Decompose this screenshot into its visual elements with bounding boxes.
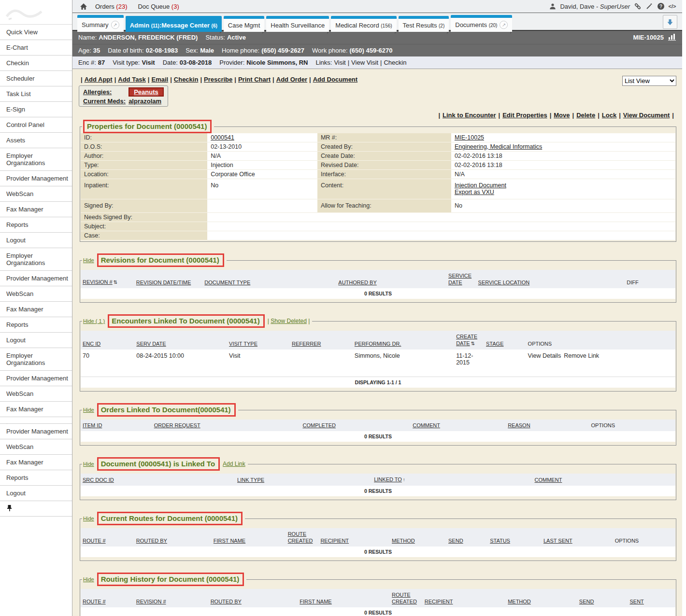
column-header-src-doc-id[interactable]: SRC DOC ID	[81, 474, 235, 486]
code-icon[interactable]: </>	[668, 2, 676, 11]
hide-link[interactable]: Hide	[83, 407, 94, 413]
sidebar-item-logout[interactable]: Logout	[0, 233, 72, 248]
row-option-view-details[interactable]: View Details	[528, 352, 561, 359]
sidebar-item-fax-manager[interactable]: Fax Manager	[0, 455, 72, 470]
column-header-first-name[interactable]: FIRST NAME	[212, 528, 286, 546]
allergy-peanuts-link[interactable]: Peanuts	[129, 87, 164, 97]
sidebar-item-e-chart[interactable]: E-Chart	[0, 40, 72, 56]
column-header-linked-to[interactable]: LINKED TO↑	[372, 474, 532, 486]
top-menu-doc-queue[interactable]: Doc Queue (3)	[138, 3, 179, 10]
legend-link-show-deleted[interactable]: Show Deleted	[271, 318, 307, 324]
sidebar-item-checkin[interactable]: Checkin	[0, 56, 72, 71]
sidebar-item-fax-manager[interactable]: Fax Manager	[0, 202, 72, 217]
enc-link-view-visit[interactable]: View Visit	[351, 59, 378, 66]
tab-test-results-2[interactable]: Test Results (2)	[399, 16, 449, 32]
column-header-visit-type[interactable]: VISIT TYPE	[227, 331, 290, 350]
column-header-last-sent[interactable]: LAST SENT	[542, 528, 613, 546]
doc-action-delete[interactable]: Delete	[576, 112, 595, 119]
enc-link-visit[interactable]: Visit	[334, 59, 345, 66]
action-prescribe[interactable]: Prescribe	[204, 76, 232, 83]
sidebar-item-e-sign[interactable]: E-Sign	[0, 102, 72, 117]
sidebar-item-assets[interactable]: Assets	[0, 133, 72, 148]
column-header-revision[interactable]: REVISION #	[134, 589, 209, 607]
doc-action-lock[interactable]: Lock	[602, 112, 616, 119]
column-header-route[interactable]: ROUTE #	[81, 528, 134, 546]
sidebar-item-provider-management[interactable]: Provider Management	[0, 271, 72, 286]
logged-in-user[interactable]: David, Dave - SuperUser	[560, 3, 630, 10]
column-header-serv-date[interactable]: SERV DATE	[134, 331, 227, 350]
webchart-logo[interactable]	[0, 0, 72, 25]
sidebar-item-quick-view[interactable]: Quick View	[0, 25, 72, 40]
action-print-chart[interactable]: Print Chart	[238, 76, 271, 83]
column-header-link-type[interactable]: LINK TYPE	[235, 474, 372, 486]
help-icon[interactable]: ?	[657, 2, 665, 11]
sidebar-item-employer-organizations[interactable]: Employer Organizations	[0, 148, 72, 171]
sidebar-item-fax-manager[interactable]: Fax Manager	[0, 302, 72, 317]
hide-link[interactable]: Hide	[83, 576, 94, 582]
column-header-completed[interactable]: COMPLETED	[300, 420, 411, 431]
sidebar-item-webscan[interactable]: WebScan	[0, 286, 72, 302]
sort-icon[interactable]: ↑	[403, 476, 405, 483]
column-header-comment[interactable]: COMMENT	[533, 474, 675, 486]
chart-stats-icon[interactable]	[668, 33, 676, 42]
hide-link[interactable]: Hide ( 1 )	[83, 318, 105, 324]
column-header-sent[interactable]: SENT	[628, 589, 675, 607]
tab-admin-11-message-center-6[interactable]: Admin (11):Message Center (6)	[126, 16, 222, 32]
sidebar-item-logout[interactable]: Logout	[0, 486, 72, 501]
doc-action-view-document[interactable]: View Document	[623, 112, 670, 119]
sidebar-item-task-list[interactable]: Task List	[0, 86, 72, 102]
column-header-authored-by[interactable]: AUTHORED BY	[336, 270, 446, 288]
action-email[interactable]: Email	[151, 76, 168, 83]
prop-link-export-as-vxu[interactable]: Export as VXU	[455, 189, 494, 196]
current-meds-link[interactable]: Current Meds:	[83, 98, 126, 105]
open-in-new-icon[interactable]: ↗	[111, 21, 119, 29]
tab-summary[interactable]: Summary↗	[77, 15, 124, 32]
action-add-document[interactable]: Add Document	[313, 76, 357, 83]
home-icon[interactable]	[79, 2, 87, 11]
column-header-revision[interactable]: REVISION #⇅	[81, 270, 134, 288]
column-header-send[interactable]: SEND	[577, 589, 628, 607]
sidebar-item-webscan[interactable]: WebScan	[0, 386, 72, 402]
scroll-down-button[interactable]	[663, 15, 677, 29]
sidebar-item-reports[interactable]: Reports	[0, 317, 72, 333]
doc-action-move[interactable]: Move	[554, 112, 570, 119]
action-add-task[interactable]: Add Task	[118, 76, 146, 83]
column-header-route-created[interactable]: ROUTE CREATED	[286, 528, 319, 546]
tab-case-mgmt[interactable]: Case Mgmt	[224, 16, 264, 32]
column-header-recipient[interactable]: RECIPIENT	[318, 528, 390, 546]
column-header-recipient[interactable]: RECIPIENT	[423, 589, 506, 607]
enc-link-checkin[interactable]: Checkin	[384, 59, 406, 66]
column-header-document-type[interactable]: DOCUMENT TYPE	[202, 270, 336, 288]
column-header-order-request[interactable]: ORDER REQUEST	[152, 420, 301, 431]
column-header-routed-by[interactable]: ROUTED BY	[134, 528, 212, 546]
prop-link-0000541[interactable]: 0000541	[211, 134, 234, 141]
column-header-status[interactable]: STATUS	[488, 528, 542, 546]
column-header-reason[interactable]: REASON	[506, 420, 589, 431]
column-header-send[interactable]: SEND	[446, 528, 488, 546]
sidebar-item-provider-management[interactable]: Provider Management	[0, 371, 72, 386]
column-header-referrer[interactable]: REFERRER	[290, 331, 353, 350]
sidebar-item-employer-organizations[interactable]: Employer Organizations	[0, 248, 72, 271]
hide-link[interactable]: Hide	[83, 516, 94, 521]
column-header-item-id[interactable]: ITEM ID	[81, 420, 152, 431]
column-header-method[interactable]: METHOD	[506, 589, 577, 607]
sidebar-item-provider-management[interactable]: Provider Management	[0, 424, 72, 439]
tab-documents-20[interactable]: Documents (20)↗	[451, 15, 512, 32]
sidebar-item-employer-organizations[interactable]: Employer Organizations	[0, 348, 72, 371]
sidebar-item-webscan[interactable]: WebScan	[0, 439, 72, 455]
column-header-route[interactable]: ROUTE #	[81, 589, 134, 607]
view-mode-select[interactable]: List View	[622, 76, 676, 86]
doc-action-edit-properties[interactable]: Edit Properties	[502, 112, 547, 119]
prop-link-engineering-medical-informatics[interactable]: Engineering, Medical Informatics	[455, 143, 542, 150]
med-alprazolam-link[interactable]: alprazolam	[129, 98, 161, 105]
sidebar-item-logout[interactable]: Logout	[0, 333, 72, 348]
sidebar-item-provider-management[interactable]: Provider Management	[0, 171, 72, 186]
sidebar-item-webscan[interactable]: WebScan	[0, 186, 72, 202]
action-add-appt[interactable]: Add Appt	[85, 76, 113, 83]
column-header-service-location[interactable]: SERVICE LOCATION	[476, 270, 625, 288]
wand-icon[interactable]	[645, 2, 653, 11]
sidebar-item-control-panel[interactable]: Control Panel	[0, 117, 72, 133]
row-option-remove-link[interactable]: Remove Link	[564, 352, 599, 359]
prop-link-injection-document[interactable]: Injection Document	[455, 182, 506, 189]
sort-icon[interactable]: ⇅	[114, 279, 117, 286]
